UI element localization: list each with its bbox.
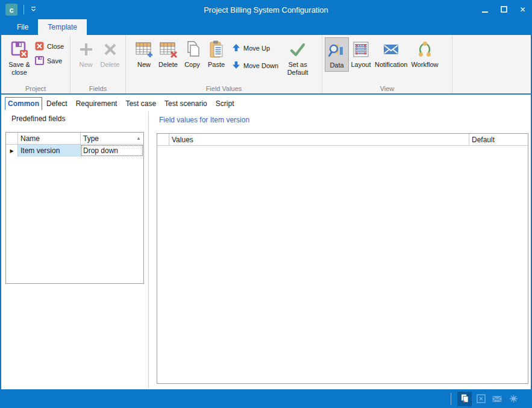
close-project-button[interactable]: Close	[35, 41, 64, 52]
set-as-default-button[interactable]: Set as Default	[282, 37, 313, 78]
status-layout-icon[interactable]	[474, 392, 488, 406]
view-workflow-label: Workflow	[411, 61, 438, 69]
table-add-icon	[134, 39, 154, 60]
ribbon-group-field-values: New Delete	[126, 35, 322, 93]
paste-icon	[207, 39, 226, 60]
close-icon	[35, 42, 44, 52]
view-workflow-button[interactable]: Workflow	[409, 37, 440, 71]
fields-delete-label: Delete	[101, 61, 120, 69]
app-window: c Project Billing System Configuration ✕…	[0, 0, 532, 408]
indicator-column-header	[6, 133, 18, 144]
tab-script[interactable]: Script	[211, 97, 239, 110]
save-close-icon	[10, 39, 29, 60]
sort-ascending-icon: ▲	[136, 136, 141, 141]
status-workflow-icon[interactable]	[506, 392, 521, 406]
copy-icon	[183, 39, 202, 60]
predefined-fields-title: Predefined fields	[11, 115, 65, 123]
titlebar: c Project Billing System Configuration ✕	[0, 0, 532, 19]
close-label: Close	[47, 43, 64, 50]
paste-button[interactable]: Paste	[204, 37, 228, 71]
tab-test-scenario[interactable]: Test scenario	[160, 97, 211, 110]
quick-access-dropdown-icon[interactable]	[30, 4, 37, 15]
window-title: Project Billing System Configuration	[0, 5, 532, 14]
save-label: Save	[47, 57, 62, 64]
statusbar-separator	[451, 393, 451, 405]
ribbon-tab-file[interactable]: File	[7, 19, 38, 35]
layout-icon	[351, 39, 371, 60]
status-bar	[0, 389, 532, 408]
ribbon-tab-strip: File Template	[0, 19, 532, 35]
x-icon	[102, 39, 119, 60]
copy-button[interactable]: Copy	[180, 37, 204, 71]
field-values-title: Field values for Item version	[159, 116, 249, 124]
grid-header-row: Name Type ▲	[6, 133, 143, 145]
cell-name[interactable]: Item version	[18, 145, 81, 157]
indicator-column-header	[157, 134, 169, 145]
tab-common[interactable]: Common	[5, 97, 42, 110]
group-label-view: View	[322, 85, 452, 92]
workflow-icon	[415, 39, 434, 60]
move-down-button[interactable]: Move Down	[232, 60, 278, 71]
column-header-type-label: Type	[83, 134, 99, 143]
value-delete-button[interactable]: Delete	[156, 37, 180, 71]
predefined-fields-grid: Name Type ▲ ▶ Item version Drop down	[5, 132, 144, 284]
value-new-button[interactable]: New	[132, 37, 156, 71]
tab-defect[interactable]: Defect	[42, 97, 72, 110]
view-data-button[interactable]: Data	[325, 37, 349, 72]
fields-new-label: New	[79, 61, 92, 69]
main-content: Common Defect Requirement Test case Test…	[1, 96, 531, 389]
maximize-button[interactable]	[495, 0, 513, 19]
column-header-values[interactable]: Values	[169, 134, 469, 145]
view-layout-label: Layout	[351, 61, 371, 69]
save-close-label: Save & close	[5, 61, 33, 77]
move-up-label: Move Up	[243, 45, 270, 52]
status-notification-icon[interactable]	[490, 392, 504, 406]
group-label-project: Project	[1, 85, 70, 92]
save-and-close-button[interactable]: Save & close	[4, 37, 35, 78]
copy-label: Copy	[184, 61, 200, 69]
grid-header-row: Values Default	[157, 134, 528, 146]
status-data-icon[interactable]	[457, 392, 472, 406]
fields-delete-button[interactable]: Delete	[98, 37, 122, 71]
paste-label: Paste	[208, 61, 225, 69]
row-indicator-cell: ▶	[6, 145, 18, 157]
window-controls: ✕	[476, 0, 532, 19]
column-header-default[interactable]: Default	[469, 134, 528, 145]
close-button[interactable]: ✕	[513, 0, 532, 19]
view-layout-button[interactable]: Layout	[349, 37, 373, 71]
set-as-default-label: Set as Default	[284, 61, 311, 77]
save-icon	[35, 56, 44, 66]
save-button[interactable]: Save	[35, 55, 64, 66]
minimize-button[interactable]	[476, 0, 495, 19]
ribbon: Save & close Close Save Project	[1, 35, 531, 95]
checkmark-icon	[289, 39, 307, 60]
value-delete-label: Delete	[158, 61, 178, 69]
titlebar-separator	[23, 5, 24, 14]
ribbon-group-view: Data Layout	[322, 35, 452, 93]
column-header-type[interactable]: Type ▲	[81, 133, 143, 144]
tab-requirement[interactable]: Requirement	[72, 97, 122, 110]
cell-type[interactable]: Drop down	[81, 145, 143, 157]
field-values-grid: Values Default	[157, 133, 528, 384]
column-header-name[interactable]: Name	[18, 133, 81, 144]
arrow-down-icon	[232, 61, 240, 71]
table-delete-icon	[158, 39, 178, 60]
value-new-label: New	[137, 61, 151, 69]
row-indicator-icon: ▶	[10, 148, 13, 154]
group-label-field-values: Field Values	[126, 85, 322, 92]
panel-splitter[interactable]	[148, 111, 149, 388]
data-icon	[327, 40, 346, 60]
group-label-fields: Fields	[70, 85, 125, 92]
view-data-label: Data	[330, 61, 343, 69]
app-logo-icon[interactable]: c	[5, 4, 17, 16]
notification-envelope-icon	[381, 39, 401, 60]
ribbon-tab-template[interactable]: Template	[38, 19, 87, 35]
view-notification-button[interactable]: Notification	[373, 37, 409, 71]
tab-test-case[interactable]: Test case	[121, 97, 160, 110]
ribbon-group-project: Save & close Close Save Project	[1, 35, 70, 93]
move-down-label: Move Down	[243, 62, 278, 69]
fields-new-button[interactable]: New	[74, 37, 98, 71]
plus-icon	[78, 39, 95, 60]
table-row[interactable]: ▶ Item version Drop down	[6, 145, 143, 157]
move-up-button[interactable]: Move Up	[232, 43, 278, 54]
